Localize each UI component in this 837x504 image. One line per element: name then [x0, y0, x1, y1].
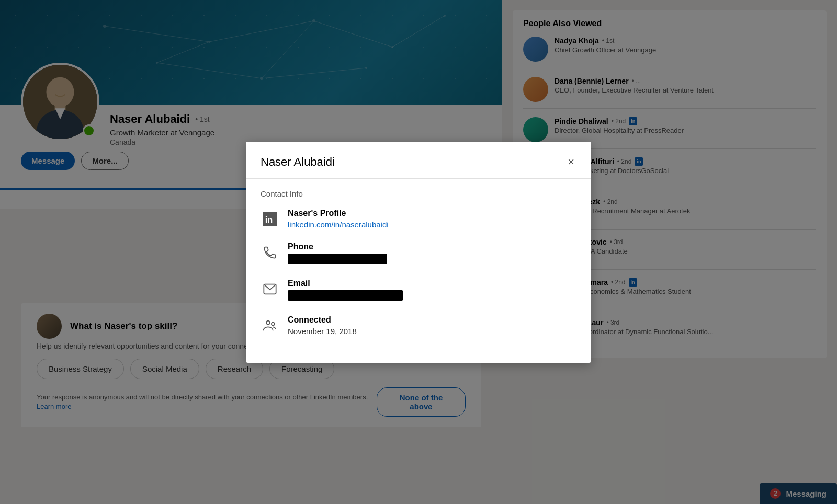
contact-linkedin-row: in Naser's Profile linkedin.com/in/naser…	[261, 209, 576, 230]
phone-icon	[261, 243, 279, 262]
phone-label: Phone	[288, 242, 387, 251]
svg-point-23	[272, 322, 275, 325]
modal-title: Naser Alubaidi	[261, 155, 335, 169]
linkedin-svg: in	[263, 212, 277, 226]
modal-section-title: Contact Info	[261, 189, 576, 198]
email-svg	[263, 282, 277, 296]
svg-text:in: in	[265, 215, 273, 224]
contact-connected-row: Connected November 19, 2018	[261, 315, 576, 336]
connected-contact-info: Connected November 19, 2018	[288, 315, 357, 336]
phone-contact-info: Phone	[288, 242, 387, 266]
connected-date: November 19, 2018	[288, 327, 357, 336]
connected-svg	[263, 318, 277, 333]
modal-dialog: Naser Alubaidi × Contact Info in Naser's…	[246, 142, 591, 363]
modal-overlay[interactable]: Naser Alubaidi × Contact Info in Naser's…	[0, 0, 837, 504]
email-contact-info: Email	[288, 279, 403, 303]
linkedin-label: Naser's Profile	[288, 209, 389, 218]
phone-redacted	[288, 254, 387, 264]
phone-svg	[263, 245, 277, 260]
modal-close-button[interactable]: ×	[565, 154, 576, 170]
linkedin-icon: in	[261, 210, 279, 228]
linkedin-contact-info: Naser's Profile linkedin.com/in/naseralu…	[288, 209, 389, 230]
email-label: Email	[288, 279, 403, 288]
email-icon	[261, 280, 279, 299]
svg-point-22	[266, 320, 270, 324]
modal-header: Naser Alubaidi ×	[246, 142, 591, 179]
modal-body: Contact Info in Naser's Profile linkedin…	[246, 179, 591, 363]
email-redacted	[288, 290, 403, 301]
connected-icon	[261, 316, 279, 335]
linkedin-url[interactable]: linkedin.com/in/naseralubaidi	[288, 220, 389, 229]
contact-email-row: Email	[261, 279, 576, 303]
contact-phone-row: Phone	[261, 242, 576, 266]
connected-label: Connected	[288, 315, 357, 325]
